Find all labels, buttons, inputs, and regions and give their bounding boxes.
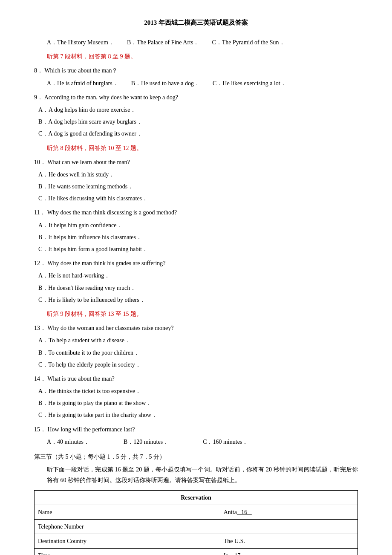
intro-opt-b: B．The Palace of Fine Arts． (127, 37, 199, 48)
q10-opt-c: C．He likes discussing with his classmate… (34, 193, 358, 204)
q14-body: What is true about the man? (46, 376, 115, 382)
question-14: 14． What is true about the man? A．He thi… (34, 373, 358, 421)
intro-options-line: A．The History Museum． B．The Palace of Fi… (34, 37, 358, 48)
table-cell-name-label: Name (35, 505, 220, 519)
q15-body: How long will the performance last? (46, 426, 135, 433)
table-row: Name Anita 16 (35, 505, 358, 519)
q15-text: 15． How long will the performance last? (34, 424, 358, 435)
q8-opt-b: B．He used to have a dog． (131, 78, 200, 89)
q15-opt-b: B．120 minutes． (124, 436, 169, 447)
table-row: Destination Country The U.S. (35, 534, 358, 549)
q15-number: 15． (34, 426, 46, 433)
q10-opt-b: B．He wants some learning methods． (34, 181, 358, 192)
q9-opt-b: B．A dog helps him scare away burglars． (34, 116, 358, 127)
table-cell-tel-value (220, 519, 357, 534)
q12-number: 12． (34, 260, 46, 266)
q11-opt-b: B．It helps him influence his classmates． (34, 232, 358, 243)
question-10: 10． What can we learn about the man? A．H… (34, 157, 358, 204)
q8-opt-a: A．He is afraid of burglars． (47, 78, 118, 89)
section3-block: 第三节（共 5 小题；每小题 1．5 分，共 7．5 分） 听下面一段对话，完成… (34, 451, 358, 486)
q13-number: 13． (34, 325, 46, 331)
q14-text: 14． What is true about the man? (34, 373, 358, 384)
table-cell-dest-label: Destination Country (35, 534, 220, 549)
q12-opt-b: B．He doesn't like reading very much． (34, 283, 358, 293)
q9-text: 9． According to the man, why does he wan… (34, 92, 358, 103)
q12-body: Why does the man think his grades are su… (46, 260, 166, 266)
table-cell-time-value: In 17 (220, 549, 357, 555)
question-9: 9． According to the man, why does he wan… (34, 92, 358, 139)
q13-opt-c: C．To help the elderly people in society． (34, 359, 358, 370)
q12-opt-c: C．He is likely to be influenced by other… (34, 295, 358, 305)
q11-opt-a: A．It helps him gain confidence． (34, 220, 358, 231)
page-title: 2013 年西城二模高三英语试题及答案 (34, 17, 358, 29)
intro-opt-a: A．The History Museum． (47, 37, 114, 48)
section9-note: 听第 9 段材料，回答第 13 至 15 题。 (34, 309, 358, 319)
q9-opt-c: C．A dog is good at defending its owner． (34, 128, 358, 139)
q11-opt-c: C．It helps him form a good learning habi… (34, 244, 358, 254)
q9-opt-a: A．A dog helps him do more exercise． (34, 104, 358, 115)
q12-opt-a: A．He is not hard-working． (34, 270, 358, 281)
q15-opt-c: C．160 minutes． (203, 436, 248, 447)
reservation-table: Reservation Name Anita 16 Telephone Numb… (34, 490, 358, 555)
q10-text: 10． What can we learn about the man? (34, 157, 358, 168)
q11-body: Why does the man think discussing is a g… (46, 209, 177, 216)
section7-note: 听第 7 段材料，回答第 8 至 9 题。 (34, 51, 358, 62)
question-12: 12． Why does the man think his grades ar… (34, 258, 358, 305)
q10-body: What can we learn about the man? (46, 159, 130, 165)
q11-number: 11． (34, 209, 46, 216)
q13-body: Why do the woman and her classmates rais… (46, 325, 173, 331)
q14-opt-c: C．He is going to take part in the charit… (34, 410, 358, 420)
q11-text: 11． Why does the man think discussing is… (34, 207, 358, 218)
question-11: 11． Why does the man think discussing is… (34, 207, 358, 254)
q13-text: 13． Why do the woman and her classmates … (34, 323, 358, 333)
q14-number: 14． (34, 376, 46, 382)
q10-opt-a: A．He does well in his study． (34, 169, 358, 180)
q8-body: Which is true about the man？ (43, 67, 118, 74)
table-row: Telephone Number (35, 519, 358, 534)
section3-header: 第三节（共 5 小题；每小题 1．5 分，共 7．5 分） (34, 451, 358, 462)
q13-opt-b: B．To contribute it to the poor children． (34, 347, 358, 358)
q9-number: 9． (34, 94, 43, 101)
q8-text: 8． Which is true about the man？ (34, 65, 358, 76)
question-8: 8． Which is true about the man？ A．He is … (34, 65, 358, 88)
table-cell-name-value: Anita 16 (220, 505, 357, 519)
q9-body: According to the man, why does he want t… (43, 94, 178, 101)
section3-instruction: 听下面一段对话，完成第 16 题至 20 题，每小题仅填写一个词。听对话前，你将… (34, 464, 358, 486)
q8-options: A．He is afraid of burglars． B．He used to… (34, 78, 358, 89)
intro-opt-c: C．The Pyramid of the Sun． (212, 37, 285, 48)
section8-note: 听第 8 段材料，回答第 10 至 12 题。 (34, 143, 358, 153)
table-row: Time In 17 (35, 549, 358, 555)
question-13: 13． Why do the woman and her classmates … (34, 323, 358, 370)
q14-opt-b: B．He is going to play the piano at the s… (34, 398, 358, 408)
q8-opt-c: C．He likes exercising a lot． (213, 78, 286, 89)
q15-options: A．40 minutes． B．120 minutes． C．160 minut… (34, 436, 358, 447)
table-header: Reservation (35, 490, 358, 505)
table-cell-tel-label: Telephone Number (35, 519, 220, 534)
question-15: 15． How long will the performance last? … (34, 424, 358, 447)
table-cell-dest-value: The U.S. (220, 534, 357, 549)
q8-number: 8． (34, 67, 43, 74)
table-cell-time-label: Time (35, 549, 220, 555)
q12-text: 12． Why does the man think his grades ar… (34, 258, 358, 269)
q15-opt-a: A．40 minutes． (47, 436, 89, 447)
q13-opt-a: A．To help a student with a disease． (34, 335, 358, 346)
q14-opt-a: A．He thinks the ticket is too expensive． (34, 386, 358, 396)
q10-number: 10． (34, 159, 46, 165)
